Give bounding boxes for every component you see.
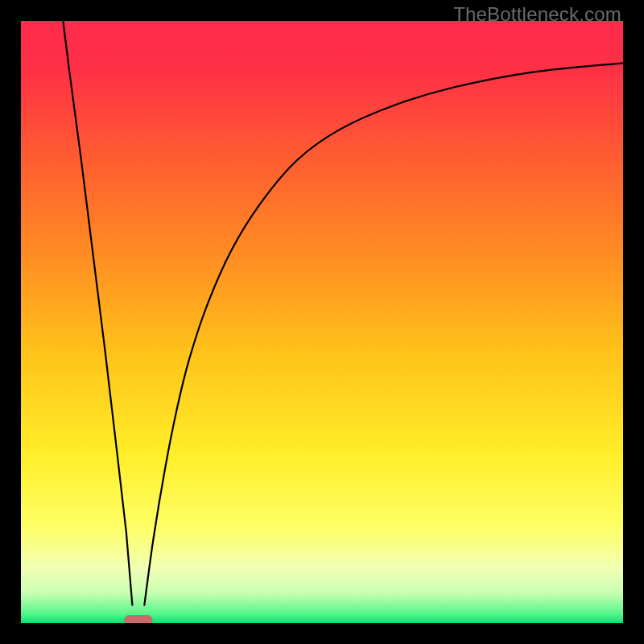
plot-area bbox=[21, 21, 623, 623]
chart-frame: TheBottleneck.com bbox=[0, 0, 644, 644]
chart-svg bbox=[21, 21, 623, 623]
minimum-marker-pill bbox=[125, 616, 152, 623]
gradient-background bbox=[21, 21, 623, 623]
